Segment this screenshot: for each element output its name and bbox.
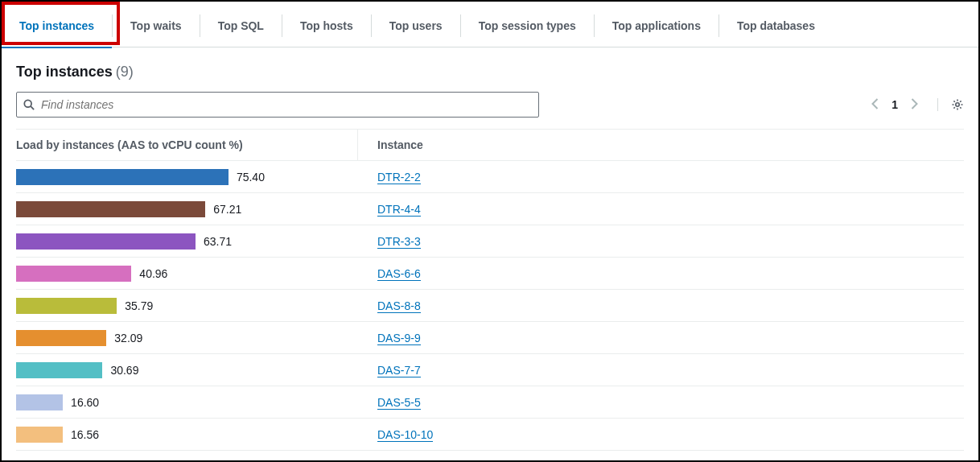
load-cell: 63.71 xyxy=(16,233,358,250)
instance-cell: DTR-2-2 xyxy=(358,171,421,184)
instance-link[interactable]: DAS-9-9 xyxy=(377,332,421,345)
load-cell: 16.56 xyxy=(16,427,358,443)
tab-top-users[interactable]: Top users xyxy=(372,14,461,37)
tab-top-hosts[interactable]: Top hosts xyxy=(282,14,372,37)
instance-cell: DAS-9-9 xyxy=(358,332,421,344)
load-cell: 75.40 xyxy=(16,169,358,185)
load-value: 35.79 xyxy=(125,299,153,312)
instance-link[interactable]: DAS-6-6 xyxy=(377,267,421,281)
load-value: 16.60 xyxy=(71,396,99,409)
load-cell: 16.60 xyxy=(16,394,358,410)
gear-icon xyxy=(951,98,964,111)
load-bar xyxy=(16,233,196,250)
load-bar xyxy=(16,201,205,217)
svg-line-1 xyxy=(31,106,34,109)
svg-point-2 xyxy=(956,103,959,106)
title-row: Top instances (9) xyxy=(16,64,964,80)
load-value: 67.21 xyxy=(213,203,241,216)
load-cell: 35.79 xyxy=(16,298,358,314)
table-row: 16.60DAS-5-5 xyxy=(16,386,964,419)
table-row: 67.21DTR-4-4 xyxy=(16,193,964,225)
load-cell: 67.21 xyxy=(16,201,358,217)
tab-top-waits[interactable]: Top waits xyxy=(113,14,200,37)
table-row: 35.79DAS-8-8 xyxy=(16,290,964,322)
tab-top-applications[interactable]: Top applications xyxy=(595,14,719,37)
tab-top-session-types[interactable]: Top session types xyxy=(461,14,595,37)
load-bar xyxy=(16,394,63,410)
table-row: 16.56DAS-10-10 xyxy=(16,419,964,451)
table-row: 30.69DAS-7-7 xyxy=(16,354,964,386)
load-value: 30.69 xyxy=(110,364,138,377)
instance-cell: DTR-4-4 xyxy=(358,203,421,216)
pager: 1 xyxy=(871,98,964,112)
tab-top-databases[interactable]: Top databases xyxy=(719,14,833,37)
load-bar xyxy=(16,298,117,314)
table-row: 32.09DAS-9-9 xyxy=(16,322,964,354)
instance-link[interactable]: DTR-2-2 xyxy=(377,171,421,184)
table-body: 75.40DTR-2-267.21DTR-4-463.71DTR-3-340.9… xyxy=(16,161,964,451)
tab-top-instances[interactable]: Top instances xyxy=(2,14,113,37)
load-value: 75.40 xyxy=(237,171,265,184)
load-cell: 32.09 xyxy=(16,330,358,346)
table-header: Load by instances (AAS to vCPU count %) … xyxy=(16,129,964,161)
search-box[interactable] xyxy=(16,92,539,118)
load-value: 40.96 xyxy=(139,267,167,280)
instance-cell: DTR-3-3 xyxy=(358,235,421,248)
col-header-load[interactable]: Load by instances (AAS to vCPU count %) xyxy=(16,130,358,160)
instance-link[interactable]: DAS-8-8 xyxy=(377,299,421,313)
table-row: 40.96DAS-6-6 xyxy=(16,258,964,290)
content: Top instances (9) 1 Load by instances (A… xyxy=(2,47,978,451)
search-input[interactable] xyxy=(35,98,532,111)
instance-cell: DAS-10-10 xyxy=(358,428,433,441)
instance-link[interactable]: DAS-5-5 xyxy=(377,396,421,410)
tabs: Top instances Top waits Top SQL Top host… xyxy=(2,2,978,47)
prev-page[interactable] xyxy=(871,98,879,112)
instance-cell: DAS-5-5 xyxy=(358,396,421,409)
instance-link[interactable]: DAS-7-7 xyxy=(377,364,421,377)
load-bar xyxy=(16,427,63,443)
instance-cell: DAS-6-6 xyxy=(358,267,421,280)
page-title: Top instances xyxy=(16,64,113,80)
load-bar xyxy=(16,330,106,346)
search-icon xyxy=(23,99,35,110)
instance-cell: DAS-7-7 xyxy=(358,364,421,377)
load-cell: 30.69 xyxy=(16,362,358,378)
load-value: 63.71 xyxy=(204,235,232,248)
load-value: 32.09 xyxy=(114,332,142,344)
svg-point-0 xyxy=(24,100,31,107)
load-value: 16.56 xyxy=(71,428,99,441)
tab-top-sql[interactable]: Top SQL xyxy=(200,14,282,37)
instance-link[interactable]: DAS-10-10 xyxy=(377,428,433,442)
load-cell: 40.96 xyxy=(16,266,358,282)
next-page[interactable] xyxy=(911,98,918,112)
page-number: 1 xyxy=(891,98,898,111)
settings-button[interactable] xyxy=(937,98,964,111)
table-row: 75.40DTR-2-2 xyxy=(16,161,964,193)
load-bar xyxy=(16,169,229,185)
instance-cell: DAS-8-8 xyxy=(358,299,421,312)
col-header-instance[interactable]: Instance xyxy=(358,138,423,151)
load-bar xyxy=(16,362,102,378)
instance-link[interactable]: DTR-4-4 xyxy=(377,203,421,217)
toolbar: 1 xyxy=(16,92,964,118)
title-count: (9) xyxy=(116,64,134,80)
load-bar xyxy=(16,266,131,282)
instance-link[interactable]: DTR-3-3 xyxy=(377,235,421,249)
table-row: 63.71DTR-3-3 xyxy=(16,225,964,258)
